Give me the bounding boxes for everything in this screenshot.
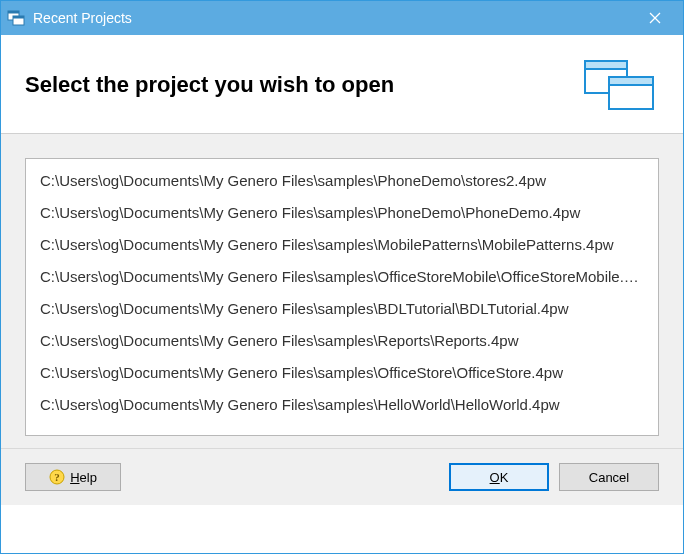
svg-rect-7: [585, 61, 627, 69]
help-icon: ?: [49, 469, 65, 485]
dialog-footer: ? Help OK Cancel: [1, 448, 683, 505]
help-label: Help: [70, 470, 97, 485]
page-heading: Select the project you wish to open: [25, 72, 579, 98]
list-item[interactable]: C:\Users\og\Documents\My Genero Files\sa…: [30, 325, 654, 357]
cancel-button[interactable]: Cancel: [559, 463, 659, 491]
titlebar: Recent Projects: [1, 1, 683, 35]
svg-text:?: ?: [54, 471, 60, 483]
dialog-body: C:\Users\og\Documents\My Genero Files\sa…: [1, 134, 683, 448]
list-item[interactable]: C:\Users\og\Documents\My Genero Files\sa…: [30, 357, 654, 389]
svg-rect-9: [609, 77, 653, 85]
list-item[interactable]: C:\Users\og\Documents\My Genero Files\sa…: [30, 261, 654, 293]
close-button[interactable]: [635, 1, 675, 35]
list-item[interactable]: C:\Users\og\Documents\My Genero Files\sa…: [30, 165, 654, 197]
list-item[interactable]: C:\Users\og\Documents\My Genero Files\sa…: [30, 293, 654, 325]
svg-rect-1: [8, 11, 19, 14]
close-icon: [649, 12, 661, 24]
app-icon: [7, 9, 25, 27]
projects-icon: [579, 57, 659, 113]
list-item[interactable]: C:\Users\og\Documents\My Genero Files\sa…: [30, 229, 654, 261]
cancel-label: Cancel: [589, 470, 629, 485]
ok-button[interactable]: OK: [449, 463, 549, 491]
dialog-header: Select the project you wish to open: [1, 35, 683, 134]
ok-label: OK: [490, 470, 509, 485]
list-item[interactable]: C:\Users\og\Documents\My Genero Files\sa…: [30, 197, 654, 229]
list-item[interactable]: C:\Users\og\Documents\My Genero Files\sa…: [30, 389, 654, 421]
svg-rect-3: [13, 16, 24, 19]
help-button[interactable]: ? Help: [25, 463, 121, 491]
window-title: Recent Projects: [33, 10, 635, 26]
recent-projects-list[interactable]: C:\Users\og\Documents\My Genero Files\sa…: [25, 158, 659, 436]
